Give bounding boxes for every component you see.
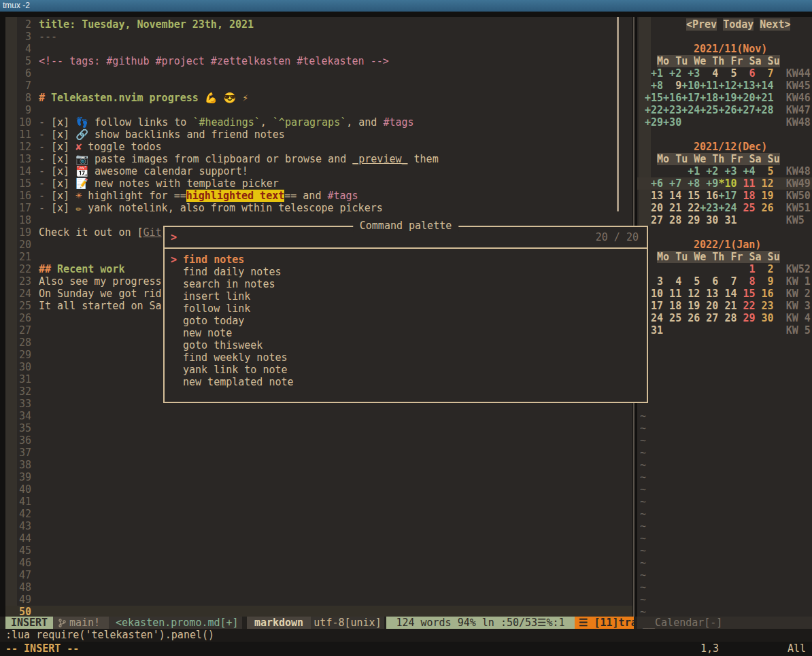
editor-line[interactable]: 50	[5, 606, 632, 617]
calendar-day[interactable]: *10	[718, 177, 737, 190]
calendar-day[interactable]: +27	[737, 104, 755, 116]
editor-line[interactable]: 34	[5, 410, 632, 422]
calendar-day[interactable]: 19	[756, 190, 774, 202]
calendar-day[interactable]: +17	[718, 190, 737, 202]
calendar-day[interactable]: +26	[718, 104, 737, 116]
calendar-day[interactable]: +8	[681, 177, 700, 190]
editor-line[interactable]: 18	[5, 214, 632, 226]
calendar-day[interactable]: +7	[663, 177, 681, 190]
calendar-day[interactable]: 15	[681, 190, 700, 202]
editor-line[interactable]: 40	[5, 483, 632, 496]
calendar-day[interactable]: 16	[756, 288, 774, 300]
calendar-day[interactable]: 16	[700, 190, 718, 202]
editor-line[interactable]: 15- [x] 📝 new notes with template picker	[5, 177, 632, 190]
calendar-day[interactable]: 23	[756, 300, 774, 312]
calendar-day[interactable]: +11	[700, 80, 718, 92]
editor-line[interactable]: 36	[5, 434, 632, 447]
calendar-day[interactable]: 5	[756, 165, 774, 177]
calendar-day[interactable]: 28	[718, 312, 737, 324]
calendar-day[interactable]: +4	[737, 165, 755, 177]
calendar-day[interactable]: 20	[700, 300, 718, 312]
calendar-day[interactable]: +16	[663, 92, 681, 104]
editor-line[interactable]: 8# Telekasten.nvim progress 💪 😎 ⚡	[5, 92, 632, 104]
calendar-day[interactable]: +30	[663, 116, 681, 128]
palette-item[interactable]: goto today	[165, 315, 647, 327]
editor-line[interactable]: 35	[5, 422, 632, 434]
calendar-day[interactable]: 21	[663, 202, 681, 214]
calendar-day[interactable]: +3	[681, 67, 700, 80]
palette-item[interactable]: find daily notes	[165, 266, 647, 278]
calendar-day[interactable]: 4	[663, 275, 681, 288]
buffer-tab-segment[interactable]: ☰ [11]tra…	[575, 617, 634, 629]
editor-line[interactable]: 9	[5, 104, 632, 116]
calendar-day[interactable]: +21	[756, 92, 774, 104]
editor-line[interactable]: 44	[5, 532, 632, 545]
calendar-day[interactable]: +13	[737, 80, 755, 92]
calendar-day[interactable]: +24	[681, 104, 700, 116]
calendar-day[interactable]: 7	[718, 275, 737, 288]
calendar-day[interactable]: +9	[700, 177, 718, 190]
calendar-day[interactable]: 30	[700, 214, 718, 226]
command-line[interactable]: :lua require('telekasten').panel()	[0, 629, 812, 642]
calendar-day[interactable]: 13	[645, 190, 663, 202]
editor-line[interactable]: 45	[5, 545, 632, 557]
calendar-day[interactable]: +23	[663, 104, 681, 116]
editor-line[interactable]: 3---	[5, 31, 632, 43]
calendar-day[interactable]: 28	[663, 214, 681, 226]
editor-line[interactable]: 12- [x] ✘ toggle todos	[5, 141, 632, 153]
calendar-day[interactable]: +6	[645, 177, 663, 190]
calendar-day[interactable]: 31	[718, 214, 737, 226]
calendar-nav-button[interactable]: <Prev	[686, 18, 717, 31]
calendar-day[interactable]: 5	[718, 67, 737, 80]
calendar-day[interactable]: +20	[737, 92, 755, 104]
calendar-day[interactable]: 9	[663, 80, 681, 92]
editor-line[interactable]: 46	[5, 557, 632, 569]
calendar-day[interactable]: 21	[718, 300, 737, 312]
calendar-day[interactable]: 8	[737, 275, 755, 288]
editor-line[interactable]: 13- [x] 📷 paste images from clipboard or…	[5, 153, 632, 165]
editor-line[interactable]: 37	[5, 447, 632, 459]
calendar-day[interactable]: 11	[663, 288, 681, 300]
calendar-day[interactable]: 22	[681, 202, 700, 214]
calendar-day[interactable]: 26	[681, 312, 700, 324]
calendar-day[interactable]: 18	[737, 190, 755, 202]
palette-item[interactable]: new note	[165, 327, 647, 339]
editor-line[interactable]: 10- [x] 👣 follow links to `#headings`, `…	[5, 116, 632, 128]
calendar-day[interactable]: +28	[756, 104, 774, 116]
calendar-day[interactable]: 29	[737, 312, 755, 324]
palette-item[interactable]: goto thisweek	[165, 339, 647, 351]
calendar-day[interactable]: +18	[700, 92, 718, 104]
palette-item[interactable]: new templated note	[165, 376, 647, 388]
palette-item[interactable]: >find notes	[165, 254, 647, 266]
calendar-day[interactable]: 4	[700, 67, 718, 80]
editor-line[interactable]: 42	[5, 508, 632, 520]
calendar-day[interactable]: 20	[645, 202, 663, 214]
calendar-day[interactable]: +17	[681, 92, 700, 104]
calendar-day[interactable]: 22	[737, 300, 755, 312]
palette-item[interactable]: insert link	[165, 290, 647, 303]
calendar-day[interactable]: 14	[718, 288, 737, 300]
palette-item[interactable]: search in notes	[165, 278, 647, 290]
editor-line[interactable]: 47	[5, 569, 632, 581]
editor-line[interactable]: 49	[5, 593, 632, 606]
editor-line[interactable]: 43	[5, 520, 632, 532]
calendar-day[interactable]: +24	[718, 202, 737, 214]
calendar-day[interactable]: 25	[663, 312, 681, 324]
calendar-day[interactable]: 27	[700, 312, 718, 324]
calendar-day[interactable]: 30	[756, 312, 774, 324]
calendar-day[interactable]: 12	[756, 177, 774, 190]
calendar-day[interactable]: +1	[645, 67, 663, 80]
calendar-day[interactable]: 1	[737, 263, 755, 275]
calendar-day[interactable]: 12	[681, 288, 700, 300]
calendar-day[interactable]: 27	[645, 214, 663, 226]
calendar-day[interactable]: +25	[700, 104, 718, 116]
calendar-day[interactable]: 18	[663, 300, 681, 312]
calendar-day[interactable]: +22	[645, 104, 663, 116]
calendar-day[interactable]: +2	[663, 67, 681, 80]
calendar-day[interactable]: 25	[737, 202, 755, 214]
calendar-day[interactable]: +10	[681, 80, 700, 92]
editor-line[interactable]: 14- [x] 📆 awesome calendar support!	[5, 165, 632, 177]
calendar-day[interactable]: +14	[756, 80, 774, 92]
calendar-day[interactable]: +29	[645, 116, 663, 128]
calendar-day[interactable]: +19	[718, 92, 737, 104]
